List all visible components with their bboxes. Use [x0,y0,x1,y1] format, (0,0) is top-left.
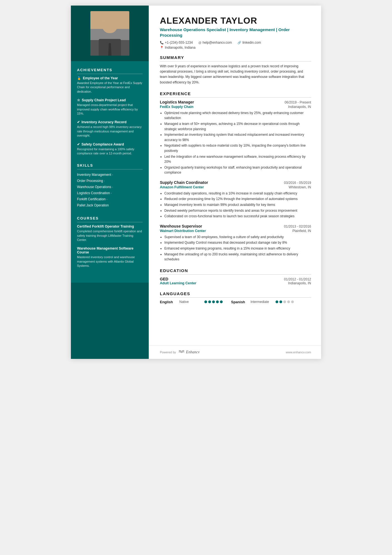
bullet-1-0: Coordinated daily operations, resulting … [164,191,311,196]
course-title-1: Warehouse Management Software Course [77,246,143,254]
course-desc-0: Completed comprehensive forklift operati… [77,229,143,242]
skill-1: Order Processing · [77,178,143,184]
contact-row: 📞 +1-(234)-555-1234 @ help@enhancv.com 🔗… [160,41,311,45]
contact-email: @ help@enhancv.com [198,41,232,45]
achievement-item-2: ✔ Inventory Accuracy Record Achieved a r… [77,120,143,138]
contact-website: 🔗 linkedin.com [237,41,261,45]
skill-4: Forklift Certification · [77,196,143,202]
photo-section [71,6,149,61]
email-icon: @ [198,41,201,44]
powered-by-text: Powered by [160,351,176,354]
dot-0-2 [212,300,215,303]
exp-location-0: Indianapolis, IN [288,105,311,109]
phone-icon: 📞 [160,41,164,45]
achievement-icon-3: ✔ [77,142,80,146]
achievement-desc-3: Recognized for maintaining a 100% safety… [77,147,143,156]
exp-title-2: Warehouse Supervisor [160,224,202,228]
achievement-desc-0: Awarded Employee of the Year at FedEx Su… [77,81,143,94]
exp-company-2: Walmart Distribution Center [160,229,206,233]
achievement-item-3: ✔ Safety Compliance Award Recognized for… [77,142,143,156]
exp-date-1: 03/2016 - 05/2019 [284,181,311,185]
dot-0-4 [220,300,223,303]
sidebar-content: ACHIEVEMENTS 🏅 Employee of the Year Awar… [71,61,149,283]
bullet-2-0: Supervised a team of 30 employees, foste… [164,235,311,240]
bullet-1-4: Collaborated on cross-functional teams t… [164,214,311,219]
dot-1-1 [279,300,282,303]
achievement-title-1: ☆ Supply Chain Project Lead [77,98,143,102]
footer-left: Powered by Enhancv [160,350,200,354]
exp-entry-2: Warehouse Supervisor 01/2013 - 02/2016 W… [160,224,311,262]
candidate-title: Warehouse Operations Specialist | Invent… [160,27,311,38]
course-1: Warehouse Management Software Course Mas… [77,246,143,268]
courses-section: COURSES Certified Forklift Operator Trai… [77,216,143,268]
lang-name-1: Spanish [231,300,248,304]
lang-dots-0 [204,300,223,303]
exp-bullets-2: Supervised a team of 30 employees, foste… [160,235,311,262]
experience-section: EXPERIENCE Logistics Manager 06/2019 - P… [160,91,311,262]
resume-footer: Powered by Enhancv www.enhancv.com [149,345,321,359]
sidebar: ACHIEVEMENTS 🏅 Employee of the Year Awar… [71,6,149,359]
achievements-title: ACHIEVEMENTS [77,68,143,74]
edu-sub-0: Adult Learning Center Indianapolis, IN [160,281,311,285]
bullet-1-3: Devised weekly performance reports to id… [164,208,311,213]
edu-school-0: Adult Learning Center [160,281,196,285]
exp-company-1: Amazon Fulfillment Center [160,185,204,189]
language-1: Spanish Intermediate [231,300,294,304]
languages-section: LANGUAGES English Native [160,291,311,304]
course-title-0: Certified Forklift Operator Training [77,225,143,228]
achievement-item-0: 🏅 Employee of the Year Awarded Employee … [77,76,143,94]
exp-subheader-0: FedEx Supply Chain Indianapolis, IN [160,105,311,109]
course-0: Certified Forklift Operator Training Com… [77,225,143,242]
dot-1-0 [276,300,278,303]
enhancv-brand: Enhancv [186,350,200,354]
experience-title: EXPERIENCE [160,91,311,98]
languages-title: LANGUAGES [160,291,311,298]
exp-entry-1: Supply Chain Coordinator 03/2016 - 05/20… [160,180,311,219]
bullet-2-1: Implemented Quality Control measures tha… [164,240,311,245]
summary-title: SUMMARY [160,55,311,61]
location-icon: 📍 [160,46,164,50]
exp-location-2: Plainfield, IN [292,229,311,233]
bullet-0-0: Optimized route planning which decreased… [164,110,311,121]
courses-title: COURSES [77,216,143,222]
exp-bullets-1: Coordinated daily operations, resulting … [160,191,311,219]
achievement-icon-1: ☆ [77,98,80,102]
link-icon: 🔗 [237,41,241,45]
exp-entry-0: Logistics Manager 06/2019 - Present FedE… [160,100,311,175]
exp-subheader-1: Amazon Fulfillment Center Whitestown, IN [160,185,311,189]
achievement-icon-0: 🏅 [77,76,81,80]
edu-header-0: GED 01/2012 - 01/2012 [160,277,311,281]
achievement-title-3: ✔ Safety Compliance Award [77,142,143,146]
exp-company-0: FedEx Supply Chain [160,105,193,109]
bullet-0-3: Negotiated with suppliers to reduce mate… [164,143,311,153]
language-0: English Native [160,300,223,304]
edu-degree-0: GED [160,277,168,281]
bullet-2-3: Managed the unloading of up to 200 truck… [164,252,311,262]
achievement-title-2: ✔ Inventory Accuracy Record [77,120,143,124]
avatar [90,11,129,56]
lang-level-0: Native [179,300,202,304]
bullet-0-4: Led the integration of a new warehouse m… [164,154,311,164]
skills-title: SKILLS [77,163,143,169]
skills-section: SKILLS Inventory Management · Order Proc… [77,163,143,208]
bullet-0-1: Managed a team of 50+ employees, achievi… [164,121,311,132]
exp-header-0: Logistics Manager 06/2019 - Present [160,100,311,104]
dot-1-4 [291,300,294,303]
education-section: EDUCATION GED 01/2012 - 01/2012 Adult Le… [160,268,311,285]
exp-header-2: Warehouse Supervisor 01/2013 - 02/2016 [160,224,311,228]
exp-date-0: 06/2019 - Present [285,100,311,104]
course-desc-1: Mastered inventory control and warehouse… [77,255,143,268]
exp-subheader-2: Walmart Distribution Center Plainfield, … [160,229,311,233]
lang-name-0: English [160,300,177,304]
contact-location: 📍 Indianapolis, Indiana [160,46,311,50]
bullet-0-5: Organized quarterly training workshops f… [164,165,311,175]
exp-header-1: Supply Chain Coordinator 03/2016 - 05/20… [160,180,311,185]
edu-entry-0: GED 01/2012 - 01/2012 Adult Learning Cen… [160,277,311,285]
lang-level-1: Intermediate [250,300,273,304]
skill-5: Pallet Jack Operation [77,202,143,208]
achievement-desc-2: Achieved a record high 98% inventory acc… [77,125,143,138]
exp-bullets-0: Optimized route planning which decreased… [160,110,311,175]
exp-date-2: 01/2013 - 02/2016 [284,225,311,228]
bullet-2-2: Enhanced employee training programs, res… [164,246,311,251]
skill-0: Inventory Management · [77,172,143,178]
